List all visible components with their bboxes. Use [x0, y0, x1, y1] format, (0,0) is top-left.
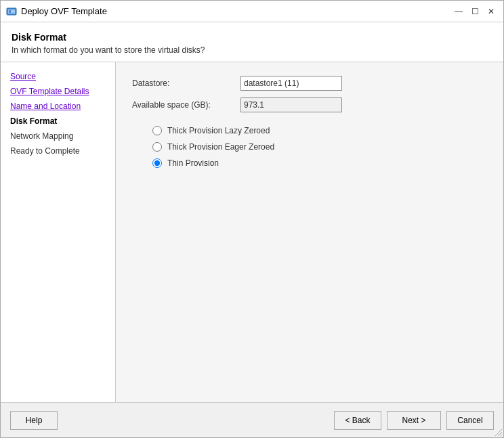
sidebar-item-source[interactable]: Source — [7, 70, 108, 83]
available-space-row: Available space (GB): — [132, 97, 487, 112]
radio-thin-input[interactable] — [152, 158, 162, 168]
header-section: Disk Format In which format do you want … — [1, 22, 503, 62]
footer-right: < Back Next > Cancel — [334, 411, 494, 430]
footer: Help < Back Next > Cancel — [1, 402, 503, 437]
title-bar: Deploy OVF Template — ☐ ✕ — [1, 1, 503, 22]
sidebar: Source OVF Template Details Name and Loc… — [1, 62, 116, 402]
cancel-button[interactable]: Cancel — [446, 411, 494, 430]
radio-thick-lazy-label: Thick Provision Lazy Zeroed — [167, 126, 270, 135]
minimize-button[interactable]: — — [452, 5, 465, 18]
body: Source OVF Template Details Name and Loc… — [1, 62, 503, 402]
available-space-input — [240, 97, 342, 112]
radio-thick-eager[interactable]: Thick Provision Eager Zeroed — [152, 142, 487, 152]
window-title: Deploy OVF Template — [21, 6, 452, 16]
window-controls: — ☐ ✕ — [452, 5, 498, 18]
back-button[interactable]: < Back — [334, 411, 381, 430]
radio-thick-lazy-input[interactable] — [152, 126, 162, 135]
main-content: Datastore: Available space (GB): Thick P… — [116, 62, 503, 402]
sidebar-item-ovf-template-details[interactable]: OVF Template Details — [7, 85, 108, 97]
sidebar-item-name-and-location[interactable]: Name and Location — [7, 100, 108, 112]
resize-handle[interactable] — [494, 428, 502, 436]
datastore-row: Datastore: — [132, 76, 487, 91]
sidebar-item-disk-format: Disk Format — [7, 115, 108, 127]
resize-icon — [495, 429, 502, 436]
available-space-label: Available space (GB): — [132, 100, 240, 110]
sidebar-item-network-mapping: Network Mapping — [7, 130, 108, 142]
datastore-input[interactable] — [240, 76, 342, 91]
radio-thick-eager-input[interactable] — [152, 142, 162, 152]
close-button[interactable]: ✕ — [484, 5, 498, 18]
footer-left: Help — [10, 411, 334, 430]
radio-thick-eager-label: Thick Provision Eager Zeroed — [167, 142, 274, 152]
next-button[interactable]: Next > — [387, 411, 441, 430]
sidebar-item-ready-to-complete: Ready to Complete — [7, 145, 108, 157]
datastore-label: Datastore: — [132, 79, 240, 88]
page-title: Disk Format — [12, 32, 492, 43]
svg-line-5 — [501, 435, 502, 436]
radio-thin-label: Thin Provision — [167, 158, 219, 168]
disk-format-options: Thick Provision Lazy Zeroed Thick Provis… — [132, 126, 487, 168]
maximize-button[interactable]: ☐ — [468, 5, 482, 18]
page-subtitle: In which format do you want to store the… — [12, 45, 492, 55]
svg-rect-2 — [9, 10, 11, 13]
deploy-icon — [6, 6, 17, 17]
help-button[interactable]: Help — [10, 411, 58, 430]
radio-thick-lazy[interactable]: Thick Provision Lazy Zeroed — [152, 126, 487, 135]
radio-thin[interactable]: Thin Provision — [152, 158, 487, 168]
main-window: Deploy OVF Template — ☐ ✕ Disk Format In… — [0, 0, 504, 438]
